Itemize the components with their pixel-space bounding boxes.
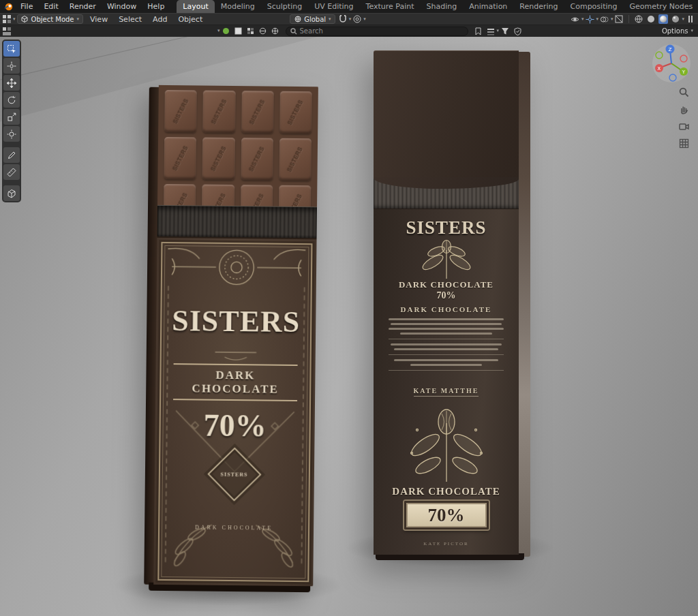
3d-viewport[interactable]: SISTERS SISTERS SISTERS SISTERS SISTERS … xyxy=(0,37,698,616)
visibility-caret-icon[interactable]: ▾ xyxy=(581,17,584,22)
camera-view-icon[interactable] xyxy=(678,120,690,132)
square-emboss-text: SISTERS xyxy=(248,98,267,125)
header-grip-icon[interactable] xyxy=(686,14,695,24)
shading-wireframe-icon[interactable] xyxy=(634,14,643,24)
shading-rendered-icon[interactable] xyxy=(671,14,680,24)
gizmo-y-label: Y xyxy=(682,70,686,75)
world-b-icon[interactable] xyxy=(271,27,280,36)
workspace-tab-compositing[interactable]: Compositing xyxy=(564,0,624,13)
snap-magnet-icon[interactable] xyxy=(338,14,348,24)
viewport-header: ▾ Object Mode ▾ View Select Add Object G… xyxy=(0,13,698,25)
blender-logo-icon[interactable] xyxy=(4,2,14,12)
tool-measure[interactable] xyxy=(3,164,20,180)
menu-view[interactable]: View xyxy=(85,14,113,25)
chocolate-square: SISTERS xyxy=(202,185,234,207)
tool-transform[interactable] xyxy=(3,126,20,142)
editor-type-caret-icon[interactable]: ▾ xyxy=(13,17,16,22)
menu-render[interactable]: Render xyxy=(64,1,102,12)
checker-icon[interactable] xyxy=(246,27,256,36)
menu-select[interactable]: Select xyxy=(113,14,147,25)
bookmark-icon[interactable] xyxy=(474,27,483,36)
shading-solid-icon[interactable] xyxy=(646,14,656,24)
workspace-tab-modeling[interactable]: Modeling xyxy=(215,0,261,13)
square-emboss-text: SISTERS xyxy=(286,146,305,173)
filter-caret-icon[interactable]: ▾ xyxy=(217,29,220,33)
viewport-side-tools xyxy=(678,86,690,149)
chocolate-bar-back-model[interactable]: SISTERS DARK CHOCOLATE 70% DARK CHOCOLAT… xyxy=(374,50,530,560)
menu-help[interactable]: Help xyxy=(142,1,170,12)
workspace-tab-shading[interactable]: Shading xyxy=(421,0,464,13)
tool-settings-editor-icon[interactable] xyxy=(2,27,12,36)
workspace-tab-geometry-nodes[interactable]: Geometry Nodes xyxy=(623,0,698,13)
xray-toggle-icon[interactable] xyxy=(614,14,624,24)
gizmo-caret-icon[interactable]: ▾ xyxy=(596,17,598,22)
toolshelf xyxy=(2,40,21,202)
show-overlays-icon[interactable] xyxy=(600,14,609,24)
pan-hand-icon[interactable] xyxy=(678,103,690,115)
front-brand-text: SISTERS xyxy=(156,303,316,339)
menu-object[interactable]: Object xyxy=(172,14,208,25)
editor-type-icon[interactable] xyxy=(2,14,12,24)
snap-caret-icon[interactable]: ▾ xyxy=(349,17,352,22)
back-footer-credit: KATE PICTOR xyxy=(374,541,519,546)
workspace-tab-sculpting[interactable]: Sculpting xyxy=(261,0,308,13)
tool-settings-bar: ▾ ▾ Options ▾ xyxy=(0,25,698,37)
gizmo-x-label: X xyxy=(658,66,661,72)
tool-select-box[interactable] xyxy=(3,41,20,57)
mode-selector-label: Object Mode xyxy=(31,16,74,23)
tool-cursor[interactable] xyxy=(3,58,20,74)
menu-window[interactable]: Window xyxy=(102,1,142,12)
active-material-dot-icon[interactable] xyxy=(222,27,231,36)
tool-move[interactable] xyxy=(3,75,20,91)
tool-scale[interactable] xyxy=(3,109,20,125)
options-button[interactable]: Options ▾ xyxy=(657,27,698,35)
show-gizmo-icon[interactable] xyxy=(585,14,594,24)
workspace-tab-texture-paint[interactable]: Texture Paint xyxy=(360,0,421,13)
back-label: SISTERS DARK CHOCOLATE 70% DARK CHOCOLAT… xyxy=(374,209,519,555)
grid-toggle-icon[interactable] xyxy=(678,137,690,149)
display-mode-icon[interactable] xyxy=(486,27,496,36)
transform-orientation-selector[interactable]: Global ▾ xyxy=(290,14,335,24)
world-a-icon[interactable] xyxy=(258,27,268,36)
texture-slot-icon[interactable] xyxy=(234,27,243,36)
options-label: Options xyxy=(662,27,688,35)
ingredients-title: DARK CHOCOLATE xyxy=(374,305,519,313)
chocolate-square: SISTERS xyxy=(164,137,196,179)
shading-caret-icon[interactable]: ▾ xyxy=(682,17,684,22)
filter-funnel-icon[interactable] xyxy=(500,27,510,36)
workspace-tab-animation[interactable]: Animation xyxy=(463,0,513,13)
display-caret-icon[interactable]: ▾ xyxy=(497,29,500,33)
tool-rotate[interactable] xyxy=(3,92,20,108)
back-product-text: DARK CHOCOLATE xyxy=(374,279,519,290)
shield-check-icon[interactable] xyxy=(513,27,522,36)
visibility-icon[interactable] xyxy=(571,14,580,24)
square-emboss-text: SISTERS xyxy=(247,145,266,172)
navigation-gizmo[interactable]: Z Y X xyxy=(652,44,691,83)
search-input[interactable] xyxy=(300,27,464,35)
workspace-tab-uv-editing[interactable]: UV Editing xyxy=(308,0,359,13)
menu-add[interactable]: Add xyxy=(147,14,172,25)
zoom-icon[interactable] xyxy=(678,86,690,98)
tool-add-cube[interactable] xyxy=(3,185,20,201)
tool-annotate[interactable] xyxy=(3,147,20,163)
gizmo-z-label: Z xyxy=(669,47,672,52)
chocolate-bar-front-model[interactable]: SISTERS SISTERS SISTERS SISTERS SISTERS … xyxy=(144,85,318,593)
proportional-editing-icon[interactable] xyxy=(352,14,362,24)
square-emboss-text: SISTERS xyxy=(286,99,305,126)
shading-material-preview-icon[interactable] xyxy=(658,14,668,24)
menu-edit[interactable]: Edit xyxy=(38,1,63,12)
header-separator xyxy=(628,15,629,23)
square-emboss-text: SISTERS xyxy=(170,191,189,206)
workspace-tab-layout[interactable]: Layout xyxy=(177,0,214,13)
diamond-seal-text: SISTERS xyxy=(221,471,248,477)
search-box[interactable] xyxy=(286,27,468,36)
chocolate-square: SISTERS xyxy=(202,91,235,133)
chocolate-square: SISTERS xyxy=(164,90,197,132)
mode-selector[interactable]: Object Mode ▾ xyxy=(17,14,84,24)
proportional-caret-icon[interactable]: ▾ xyxy=(363,17,366,22)
mode-caret-icon: ▾ xyxy=(77,17,80,22)
back-percent-text: 70% xyxy=(374,290,519,301)
overlays-caret-icon[interactable]: ▾ xyxy=(611,17,613,22)
workspace-tab-rendering[interactable]: Rendering xyxy=(513,0,564,13)
menu-file[interactable]: File xyxy=(15,1,38,12)
